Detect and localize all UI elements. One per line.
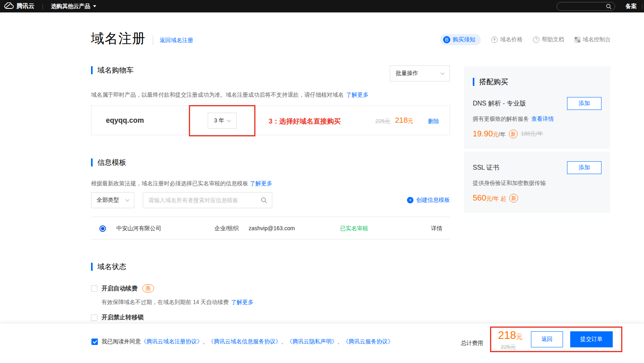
chevron-down-icon: [227, 118, 231, 122]
dns-desc: 拥有更极致的解析服务查看详情: [473, 116, 601, 123]
agreement-text: 我已阅读并同意: [101, 338, 141, 345]
brand-label: 腾讯云: [16, 2, 34, 10]
cart-notice-text: 域名属于即时产品，以最终付款和提交注册成功为准。域名注册成功后将不支持退款，请仔…: [91, 91, 344, 98]
total-price: 218元: [498, 329, 522, 342]
agreement-link[interactable]: 《腾讯云服务协议》: [343, 338, 393, 345]
verified-status-badge: 已实名审核: [340, 225, 368, 232]
title-divider: [153, 35, 153, 45]
search-icon[interactable]: [261, 197, 267, 205]
agreement-link[interactable]: 《腾讯云域名注册协议》: [141, 338, 203, 345]
current-price-value: 218: [395, 116, 408, 124]
topbar: 腾讯云 选购其他云产品 备案: [0, 0, 644, 12]
auto-renew-desc: 有效保障域名不过期，在域名到期前 14 天自动续费了解更多: [101, 299, 450, 306]
page: 腾讯云 选购其他云产品 备案 域名注册 返回域名注册 购买须知: [0, 0, 644, 363]
dns-price-row: 19.90元/年 新 188元/年: [473, 129, 601, 138]
total-price-unit: 元: [516, 333, 522, 340]
domain-console-label: 域名控制台: [583, 36, 611, 43]
dns-price-per: /年: [498, 131, 506, 138]
annotation-box-submit: 218元 225元 返回 提交订单: [490, 326, 622, 352]
agreement-row: 我已阅读并同意 《腾讯云域名注册协议》、 《腾讯云域名信息服务协议》、 《腾讯云…: [91, 338, 393, 345]
back-button[interactable]: 返回: [531, 331, 563, 347]
dns-desc-text: 拥有更极致的解析服务: [473, 116, 529, 122]
template-detail-link[interactable]: 详情: [431, 225, 442, 232]
cart-title-label: 域名购物车: [97, 65, 134, 75]
ssl-product-name: SSL 证书: [473, 164, 499, 172]
transfer-lock-label: 开启禁止转移锁: [101, 314, 144, 321]
term-select[interactable]: 3 年: [208, 113, 237, 129]
bundle-sidebar: 搭配购买 DNS 解析 - 专业版 添加 拥有更极致的解析服务查看详情 19.9…: [464, 66, 610, 213]
template-title-label: 信息模板: [97, 158, 126, 167]
agreement-link[interactable]: 《腾讯云隐私声明》: [287, 338, 337, 345]
template-section-title: 信息模板: [91, 158, 450, 167]
template-row[interactable]: 中安山河有限公司 企业/组织 zashvip@163.com 已实名审核 详情: [91, 217, 450, 239]
tencent-cloud-logo[interactable]: 腾讯云: [4, 2, 34, 10]
cart-notice: 域名属于即时产品，以最终付款和提交注册成功为准。域名注册成功后将不支持退款，请仔…: [91, 91, 450, 99]
agreement-separator: 、: [281, 338, 287, 345]
template-notice-text: 根据最新政策法规，域名注册时必须选择已实名审核的信息模板: [91, 180, 248, 187]
ssl-price-unit: 元: [486, 195, 492, 202]
dns-price: 19.90元/年: [473, 129, 506, 138]
topbar-search[interactable]: [557, 2, 615, 11]
topbar-search-input[interactable]: [561, 2, 603, 10]
batch-action-dropdown[interactable]: 批量操作: [390, 65, 450, 81]
create-template-link[interactable]: + 创建信息模板: [407, 197, 450, 204]
back-to-register-link[interactable]: 返回域名注册: [160, 37, 193, 44]
domain-price-label: 域名价格: [500, 36, 522, 43]
agreement-checkbox[interactable]: [91, 339, 98, 345]
help-docs-label: 帮助文档: [542, 36, 564, 43]
section-accent-bar: [91, 263, 93, 271]
dns-detail-link[interactable]: 查看详情: [531, 116, 554, 122]
chevron-down-icon: [126, 198, 130, 202]
term-value: 3 年: [214, 117, 225, 124]
ssl-price: 560元/年 起: [473, 193, 506, 203]
agreement-link[interactable]: 《腾讯云域名信息服务协议》: [208, 338, 281, 345]
ssl-add-button[interactable]: 添加: [567, 161, 601, 174]
auto-renew-label: 开启自动续费: [101, 285, 138, 292]
cart-learn-more-link[interactable]: 了解更多: [346, 91, 369, 98]
type-filter-label: 全部类型: [97, 197, 119, 204]
transfer-lock-row: 开启禁止转移锁: [91, 314, 450, 321]
dns-price-unit: 元: [493, 131, 498, 138]
template-radio-selected[interactable]: [99, 225, 106, 232]
dns-product-name: DNS 解析 - 专业版: [473, 99, 526, 108]
help-docs-link[interactable]: ? 帮助文档: [533, 36, 564, 43]
auto-renew-checkbox[interactable]: [91, 285, 97, 292]
discount-badge: 惠: [142, 284, 154, 292]
template-owner: 中安山河有限公司: [116, 225, 161, 232]
template-search[interactable]: [143, 192, 272, 208]
auto-renew-learn-more-link[interactable]: 了解更多: [231, 299, 253, 305]
domain-console-link[interactable]: 域名控制台: [575, 36, 611, 43]
topbar-products-menu[interactable]: 选购其他云产品: [51, 3, 96, 10]
total-original-price: 225元: [501, 344, 516, 351]
transfer-lock-checkbox[interactable]: [91, 314, 97, 321]
domain-price-link[interactable]: ¥ 域名价格: [491, 36, 522, 43]
type-filter-dropdown[interactable]: 全部类型: [91, 192, 134, 208]
page-header: 域名注册 返回域名注册 购买须知 ¥ 域名价格 ? 帮助文档: [91, 30, 611, 48]
footer-bar: 我已阅读并同意 《腾讯云域名注册协议》、 《腾讯云域名信息服务协议》、 《腾讯云…: [0, 323, 644, 363]
template-learn-more-link[interactable]: 了解更多: [250, 180, 272, 187]
auto-renew-desc-text: 有效保障域名不过期，在域名到期前 14 天自动续费: [101, 299, 229, 305]
chevron-down-icon: [441, 71, 445, 75]
yuan-circle-icon: ¥: [491, 37, 498, 43]
total-price-value: 218: [498, 329, 516, 341]
status-title-label: 域名状态: [97, 262, 126, 272]
template-search-input[interactable]: [148, 193, 257, 207]
search-icon[interactable]: [606, 4, 612, 11]
section-accent-bar: [91, 158, 93, 166]
topbar-beian-link[interactable]: 备案: [626, 3, 637, 10]
purchase-notice-link[interactable]: 购买须知: [440, 34, 481, 45]
delete-domain-link[interactable]: 删除: [428, 118, 439, 125]
document-icon: [443, 36, 450, 43]
bundle-card-dns: 搭配购买 DNS 解析 - 专业版 添加 拥有更极致的解析服务查看详情 19.9…: [464, 66, 610, 149]
dns-add-button[interactable]: 添加: [567, 97, 601, 110]
topbar-divider: [642, 4, 642, 9]
template-notice: 根据最新政策法规，域名注册时必须选择已实名审核的信息模板 了解更多: [91, 180, 450, 187]
new-badge: 新: [509, 130, 518, 138]
cart-section-header: 域名购物车 批量操作: [91, 65, 450, 81]
current-price: 218元: [395, 116, 413, 125]
current-price-unit: 元: [408, 118, 413, 124]
dns-original-price: 188元/年: [521, 130, 543, 138]
domain-name: eqyqq.com: [106, 116, 144, 125]
purchase-notice-label: 购买须知: [453, 36, 475, 43]
submit-order-button[interactable]: 提交订单: [570, 331, 613, 347]
